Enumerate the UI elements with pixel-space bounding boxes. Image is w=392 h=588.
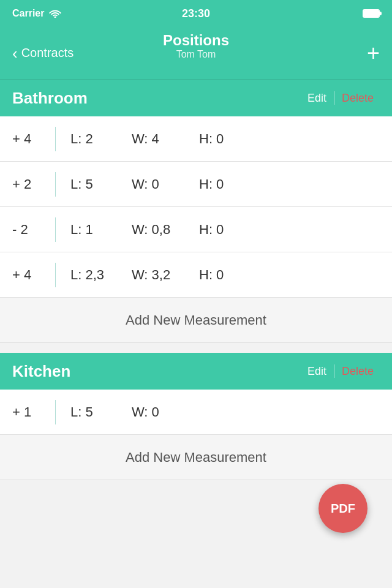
row-separator bbox=[55, 263, 56, 287]
meas-l: L: 2 bbox=[70, 131, 132, 147]
status-bar: Carrier 23:30 bbox=[0, 0, 392, 27]
meas-l: L: 5 bbox=[70, 404, 132, 420]
section-title-kitchen: Kitchen bbox=[12, 362, 70, 381]
meas-qty: + 1 bbox=[12, 404, 55, 420]
section-title-bathroom: Bathroom bbox=[12, 89, 88, 108]
section-actions-kitchen: Edit Delete bbox=[301, 361, 380, 382]
back-button[interactable]: ‹ Contracts bbox=[12, 45, 74, 61]
battery-area bbox=[363, 9, 380, 18]
row-separator bbox=[55, 172, 56, 197]
section-header-kitchen: Kitchen Edit Delete bbox=[0, 353, 392, 390]
meas-l: L: 1 bbox=[70, 222, 132, 238]
table-row: + 1 L: 5 W: 0 bbox=[0, 390, 392, 435]
table-row: + 4 L: 2 W: 4 H: 0 bbox=[0, 116, 392, 162]
nav-title: Positions bbox=[163, 32, 229, 49]
wifi-icon bbox=[49, 9, 61, 18]
nav-bar: ‹ Contracts Positions Tom Tom + bbox=[0, 27, 392, 80]
nav-subtitle: Tom Tom bbox=[163, 49, 229, 60]
add-button[interactable]: + bbox=[367, 42, 380, 64]
meas-w: W: 0 bbox=[132, 176, 199, 192]
table-row: + 4 L: 2,3 W: 3,2 H: 0 bbox=[0, 252, 392, 298]
row-separator bbox=[55, 217, 56, 242]
section-header-bathroom: Bathroom Edit Delete bbox=[0, 80, 392, 116]
section-gap bbox=[0, 343, 392, 353]
nav-center: Positions Tom Tom bbox=[163, 32, 229, 60]
table-row: - 2 L: 1 W: 0,8 H: 0 bbox=[0, 207, 392, 252]
pdf-fab-label: PDF bbox=[331, 502, 355, 516]
meas-h: H: 0 bbox=[199, 222, 224, 238]
meas-qty: + 4 bbox=[12, 267, 55, 283]
add-measurement-kitchen[interactable]: Add New Measurement bbox=[0, 435, 392, 480]
meas-l: L: 5 bbox=[70, 176, 132, 192]
back-label: Contracts bbox=[21, 46, 74, 60]
row-separator bbox=[55, 400, 56, 424]
meas-qty: + 4 bbox=[12, 131, 55, 147]
meas-w: W: 3,2 bbox=[132, 267, 199, 283]
meas-qty: - 2 bbox=[12, 222, 55, 238]
kitchen-delete-button[interactable]: Delete bbox=[336, 361, 380, 382]
meas-w: W: 0 bbox=[132, 404, 199, 420]
svg-point-0 bbox=[55, 17, 56, 18]
status-time: 23:30 bbox=[182, 7, 210, 20]
meas-h: H: 0 bbox=[199, 131, 224, 147]
meas-h: H: 0 bbox=[199, 176, 224, 192]
actions-divider bbox=[334, 91, 334, 105]
bathroom-delete-button[interactable]: Delete bbox=[336, 88, 380, 108]
actions-divider bbox=[334, 364, 334, 378]
row-separator bbox=[55, 127, 56, 151]
meas-h: H: 0 bbox=[199, 267, 224, 283]
add-measurement-bathroom[interactable]: Add New Measurement bbox=[0, 298, 392, 343]
add-measurement-label: Add New Measurement bbox=[126, 312, 266, 328]
back-chevron-icon: ‹ bbox=[12, 45, 18, 61]
section-kitchen: Kitchen Edit Delete + 1 L: 5 W: 0 Add Ne… bbox=[0, 353, 392, 480]
kitchen-edit-button[interactable]: Edit bbox=[301, 361, 333, 382]
pdf-fab-button[interactable]: PDF bbox=[318, 484, 368, 533]
section-bathroom: Bathroom Edit Delete + 4 L: 2 W: 4 H: 0 … bbox=[0, 80, 392, 343]
battery-icon bbox=[363, 9, 380, 18]
add-measurement-label: Add New Measurement bbox=[126, 450, 266, 466]
meas-l: L: 2,3 bbox=[70, 267, 132, 283]
meas-w: W: 0,8 bbox=[132, 222, 199, 238]
table-row: + 2 L: 5 W: 0 H: 0 bbox=[0, 162, 392, 207]
carrier-label: Carrier bbox=[12, 8, 44, 19]
carrier-wifi: Carrier bbox=[12, 8, 61, 19]
section-actions-bathroom: Edit Delete bbox=[301, 88, 380, 108]
bathroom-edit-button[interactable]: Edit bbox=[301, 88, 333, 108]
meas-qty: + 2 bbox=[12, 176, 55, 192]
meas-w: W: 4 bbox=[132, 131, 199, 147]
